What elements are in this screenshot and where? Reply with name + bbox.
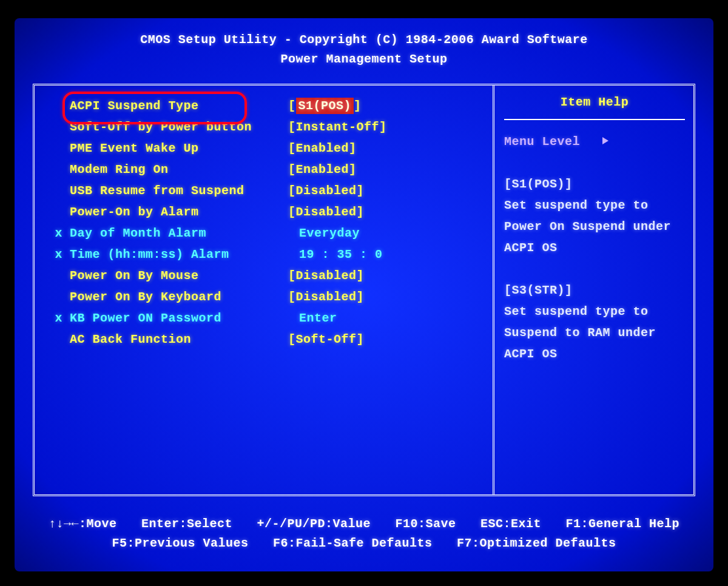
setting-label: Soft-Off by Power button <box>70 116 288 138</box>
menu-level-label: Menu Level <box>504 135 580 149</box>
setting-value[interactable]: [Instant-Off] <box>288 116 493 138</box>
hint-previous: F5:Previous Values <box>112 536 248 550</box>
help-panel: Item Help Menu Level [S1(POS)]Set suspen… <box>494 86 693 494</box>
setting-row[interactable]: xKB Power ON PasswordEnter <box>35 308 493 329</box>
header-title: CMOS Setup Utility - Copyright (C) 1984-… <box>15 30 713 50</box>
setting-label: AC Back Function <box>70 329 288 350</box>
setting-row[interactable]: Power-On by Alarm[Disabled] <box>35 201 493 223</box>
help-line: [S1(POS)] <box>504 173 685 195</box>
header-subtitle: Power Management Setup <box>15 50 713 69</box>
setting-row[interactable]: Power On By Mouse[Disabled] <box>35 265 493 286</box>
setting-value[interactable]: [S1(POS)] <box>288 95 493 116</box>
help-line: Suspend to RAM under <box>504 322 685 343</box>
setting-label: Power-On by Alarm <box>70 201 288 223</box>
help-spacer <box>504 152 685 173</box>
footer: ↑↓→←:Move Enter:Select +/-/PU/PD:Value F… <box>15 514 713 553</box>
setting-label: USB Resume from Suspend <box>70 180 288 201</box>
setting-row[interactable]: xTime (hh:mm:ss) Alarm19 : 35 : 0 <box>35 244 493 265</box>
setting-value[interactable]: [Disabled] <box>288 265 493 286</box>
help-line: ACPI OS <box>504 237 685 258</box>
setting-row[interactable]: AC Back Function[Soft-Off] <box>35 329 493 350</box>
setting-value[interactable]: [Soft-Off] <box>288 329 493 350</box>
settings-panel: ACPI Suspend Type[S1(POS)]Soft-Off by Po… <box>35 86 494 494</box>
row-mark: x <box>35 308 70 329</box>
setting-label: KB Power ON Password <box>70 308 288 329</box>
setting-row[interactable]: xDay of Month AlarmEveryday <box>35 223 493 244</box>
help-line: Set suspend type to <box>504 301 685 322</box>
setting-row[interactable]: PME Event Wake Up[Enabled] <box>35 138 493 159</box>
setting-value[interactable]: 19 : 35 : 0 <box>288 244 493 265</box>
hint-select: Enter:Select <box>141 517 232 531</box>
setting-value[interactable]: [Enabled] <box>288 138 493 159</box>
menu-level: Menu Level <box>504 131 685 152</box>
header: CMOS Setup Utility - Copyright (C) 1984-… <box>15 30 713 69</box>
setting-label: Time (hh:mm:ss) Alarm <box>70 244 288 265</box>
setting-value[interactable]: [Disabled] <box>288 180 493 201</box>
setting-row[interactable]: Modem Ring On[Enabled] <box>35 159 493 180</box>
setting-label: ACPI Suspend Type <box>70 95 288 116</box>
setting-row[interactable]: ACPI Suspend Type[S1(POS)] <box>35 95 493 116</box>
setting-label: Power On By Mouse <box>70 265 288 286</box>
setting-value[interactable]: Everyday <box>288 223 493 244</box>
footer-row-2: F5:Previous Values F6:Fail-Safe Defaults… <box>15 534 713 553</box>
setting-label: Power On By Keyboard <box>70 286 288 308</box>
help-spacer <box>504 258 685 280</box>
setting-row[interactable]: Soft-Off by Power button[Instant-Off] <box>35 116 493 138</box>
setting-row[interactable]: Power On By Keyboard[Disabled] <box>35 286 493 308</box>
hint-help: F1:General Help <box>566 517 680 531</box>
help-title: Item Help <box>504 95 685 120</box>
setting-value[interactable]: [Disabled] <box>288 201 493 223</box>
setting-row[interactable]: USB Resume from Suspend[Disabled] <box>35 180 493 201</box>
setting-label: PME Event Wake Up <box>70 138 288 159</box>
setting-value[interactable]: [Disabled] <box>288 286 493 308</box>
setting-label: Modem Ring On <box>70 159 288 180</box>
chevron-right-icon <box>602 137 608 144</box>
setting-label: Day of Month Alarm <box>70 223 288 244</box>
help-line: [S3(STR)] <box>504 280 685 301</box>
help-line: Power On Suspend under <box>504 216 685 237</box>
hint-optimized: F7:Optimized Defaults <box>457 536 616 550</box>
setting-value[interactable]: [Enabled] <box>288 159 493 180</box>
footer-row-1: ↑↓→←:Move Enter:Select +/-/PU/PD:Value F… <box>15 514 713 534</box>
hint-failsafe: F6:Fail-Safe Defaults <box>273 536 433 550</box>
help-line: Set suspend type to <box>504 195 685 216</box>
main-panel: ACPI Suspend Type[S1(POS)]Soft-Off by Po… <box>33 84 695 496</box>
setting-value[interactable]: Enter <box>288 308 493 329</box>
hint-exit: ESC:Exit <box>480 517 541 531</box>
bios-screen: CMOS Setup Utility - Copyright (C) 1984-… <box>15 18 713 571</box>
row-mark: x <box>35 223 70 244</box>
help-line: ACPI OS <box>504 343 685 365</box>
row-mark: x <box>35 244 70 265</box>
hint-move: ↑↓→←:Move <box>49 517 117 531</box>
hint-save: F10:Save <box>396 517 456 531</box>
help-body: Menu Level [S1(POS)]Set suspend type toP… <box>504 131 685 365</box>
hint-value: +/-/PU/PD:Value <box>257 517 371 531</box>
